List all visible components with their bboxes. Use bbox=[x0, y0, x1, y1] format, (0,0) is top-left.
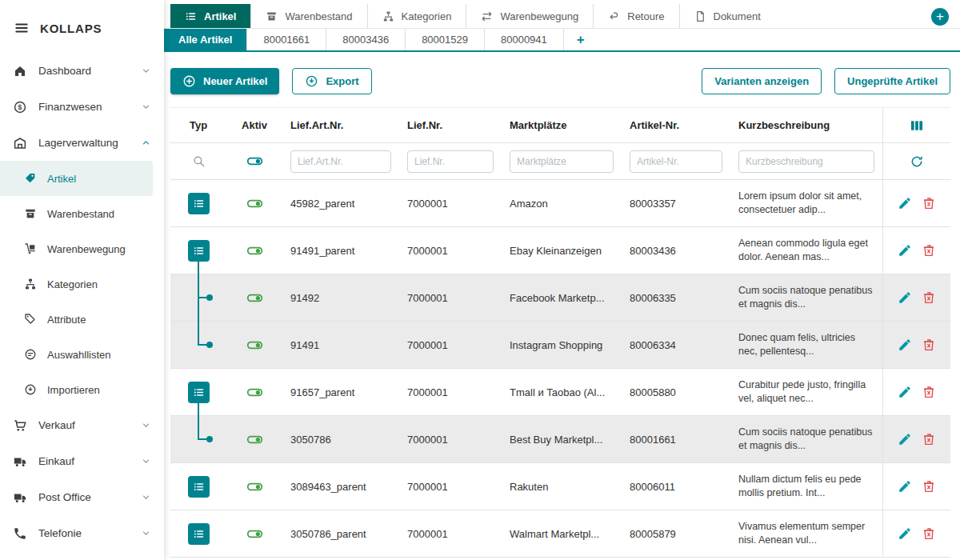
tab-label: Warenbewegung bbox=[500, 10, 578, 22]
sidebar-item-verkauf[interactable]: Verkauf bbox=[0, 407, 164, 443]
columns-icon[interactable] bbox=[909, 118, 925, 134]
sidebar-item-post-office[interactable]: Post Office bbox=[0, 479, 164, 515]
article-type-icon[interactable] bbox=[188, 523, 210, 545]
active-toggle-icon[interactable] bbox=[246, 337, 263, 354]
sidebar-item-dashboard[interactable]: Dashboard bbox=[0, 53, 164, 89]
active-toggle-icon[interactable] bbox=[246, 195, 263, 212]
tab-warenbewegung[interactable]: Warenbewegung bbox=[466, 4, 593, 28]
cell-kurzbeschreibung: Cum sociis natoque penatibus et magnis d… bbox=[730, 426, 882, 453]
unchecked-articles-button[interactable]: Ungeprüfte Artikel bbox=[834, 68, 950, 94]
edit-icon[interactable] bbox=[898, 479, 912, 494]
tab-kategorien[interactable]: Kategorien bbox=[367, 4, 466, 28]
delete-icon[interactable] bbox=[922, 243, 936, 258]
header-typ: Typ bbox=[170, 108, 226, 142]
cell-typ bbox=[170, 463, 226, 510]
tab-dokument[interactable]: Dokument bbox=[679, 4, 775, 28]
kurzbeschreibung-filter-input[interactable] bbox=[738, 150, 874, 173]
subtab-80001529[interactable]: 80001529 bbox=[405, 29, 484, 50]
subtab-alle-artikel[interactable]: Alle Artikel bbox=[164, 29, 246, 50]
sidebar-item-label: Auswahllisten bbox=[47, 349, 111, 361]
sidebar-item-einkauf[interactable]: Einkauf bbox=[0, 443, 164, 479]
menu-icon[interactable] bbox=[14, 21, 29, 35]
table-row[interactable]: 91491_parent 7000001 Ebay Kleinanzeigen … bbox=[170, 227, 950, 274]
table-row[interactable]: 3050786_parent 7000001 Walmart Marketpl.… bbox=[170, 510, 950, 558]
table-row[interactable]: 45982_parent 7000001 Amazon 80003357 Lor… bbox=[170, 180, 950, 227]
edit-icon[interactable] bbox=[898, 290, 912, 305]
active-toggle-icon[interactable] bbox=[246, 384, 263, 401]
table-row[interactable]: 91491 7000001 Instagram Shopping 8000633… bbox=[170, 322, 950, 369]
chevron-down-icon bbox=[141, 66, 151, 76]
sidebar-item-warenbestand[interactable]: Warenbestand bbox=[0, 196, 153, 231]
article-type-icon[interactable] bbox=[188, 240, 210, 262]
active-toggle-icon[interactable] bbox=[246, 478, 263, 495]
article-type-icon[interactable] bbox=[188, 193, 210, 214]
sidebar-item-warenbewegung[interactable]: Warenbewegung bbox=[0, 231, 153, 266]
table-row[interactable]: 91657_parent 7000001 Tmall и Taobao (Al.… bbox=[170, 369, 950, 416]
edit-icon[interactable] bbox=[898, 526, 912, 541]
active-toggle-icon[interactable] bbox=[246, 242, 263, 259]
article-type-icon[interactable] bbox=[188, 476, 210, 498]
article-tab-bar: Alle Artikel 80001661 80003436 80001529 … bbox=[164, 29, 960, 52]
tree-node-dot bbox=[206, 342, 213, 348]
show-variants-button[interactable]: Varianten anzeigen bbox=[702, 68, 822, 94]
lief-art-nr-filter-input[interactable] bbox=[290, 150, 391, 173]
tab-retoure[interactable]: Retoure bbox=[593, 4, 678, 28]
tab-warenbestand[interactable]: Warenbestand bbox=[250, 4, 366, 28]
filter-marktplaetze-cell bbox=[502, 150, 622, 173]
active-toggle-icon[interactable] bbox=[246, 431, 263, 448]
subtab-80000941[interactable]: 80000941 bbox=[484, 29, 563, 50]
lief-nr-filter-input[interactable] bbox=[407, 150, 494, 173]
sidebar-item-attribute[interactable]: Attribute bbox=[0, 302, 153, 337]
header-kurzbeschreibung: Kurzbeschreibung bbox=[730, 118, 882, 133]
delete-icon[interactable] bbox=[922, 526, 936, 541]
add-tab-icon[interactable]: + bbox=[931, 8, 949, 26]
header-aktiv: Aktiv bbox=[226, 119, 282, 131]
new-article-button[interactable]: Neuer Artikel bbox=[170, 68, 279, 94]
sidebar-item-artikel[interactable]: Artikel bbox=[0, 161, 153, 196]
delete-icon[interactable] bbox=[922, 385, 936, 399]
delete-icon[interactable] bbox=[922, 338, 936, 352]
sidebar-item-auswahllisten[interactable]: Auswahllisten bbox=[0, 337, 153, 372]
table-row[interactable]: 91492 7000001 Facebook Marketp... 800063… bbox=[170, 274, 950, 322]
edit-icon[interactable] bbox=[898, 243, 912, 258]
selection-list-icon bbox=[24, 348, 37, 361]
subtab-80003436[interactable]: 80003436 bbox=[326, 29, 405, 50]
article-type-icon[interactable] bbox=[188, 382, 210, 403]
chevron-up-icon bbox=[141, 138, 151, 148]
edit-icon[interactable] bbox=[898, 432, 912, 446]
sidebar-item-kategorien[interactable]: Kategorien bbox=[0, 266, 153, 302]
sidebar-item-importieren[interactable]: Importieren bbox=[0, 372, 153, 407]
return-icon bbox=[608, 10, 620, 22]
table-row[interactable]: 3050786 7000001 Best Buy Marketpl... 800… bbox=[170, 416, 950, 463]
chevron-down-icon bbox=[141, 528, 151, 538]
delete-icon[interactable] bbox=[922, 479, 936, 494]
cell-lief-nr: 7000001 bbox=[399, 528, 502, 540]
cell-marktplatz: Rakuten bbox=[502, 481, 622, 493]
delete-icon[interactable] bbox=[922, 196, 936, 210]
delete-icon[interactable] bbox=[922, 290, 936, 305]
artikel-nr-filter-input[interactable] bbox=[630, 150, 722, 173]
sidebar-item-finanzwesen[interactable]: Finanzwesen bbox=[0, 89, 164, 125]
cell-actions bbox=[882, 463, 950, 510]
refresh-icon[interactable] bbox=[910, 154, 924, 169]
table-filter-row bbox=[170, 143, 950, 180]
tab-artikel[interactable]: Artikel bbox=[170, 4, 250, 28]
list-icon bbox=[185, 10, 197, 22]
sidebar-item-lagerverwaltung[interactable]: Lagerverwaltung bbox=[0, 125, 164, 161]
active-toggle-icon[interactable] bbox=[246, 290, 263, 306]
cell-actions bbox=[882, 416, 950, 462]
delete-icon[interactable] bbox=[922, 432, 936, 446]
edit-icon[interactable] bbox=[898, 338, 912, 352]
categories-icon bbox=[24, 278, 37, 290]
table-row[interactable]: 3089463_parent 7000001 Rakuten 80006011 … bbox=[170, 463, 950, 510]
sidebar-item-telefonie[interactable]: Telefonie bbox=[0, 515, 164, 551]
edit-icon[interactable] bbox=[898, 385, 912, 399]
active-toggle-icon[interactable] bbox=[246, 526, 263, 542]
add-article-tab-icon[interactable]: + bbox=[563, 29, 598, 50]
toggle-filter-icon[interactable] bbox=[246, 153, 263, 170]
edit-icon[interactable] bbox=[898, 196, 912, 210]
subtab-80001661[interactable]: 80001661 bbox=[246, 29, 326, 50]
tree-node-dot bbox=[206, 436, 213, 442]
export-button[interactable]: Export bbox=[292, 68, 371, 94]
marktplaetze-filter-input[interactable] bbox=[510, 150, 614, 173]
